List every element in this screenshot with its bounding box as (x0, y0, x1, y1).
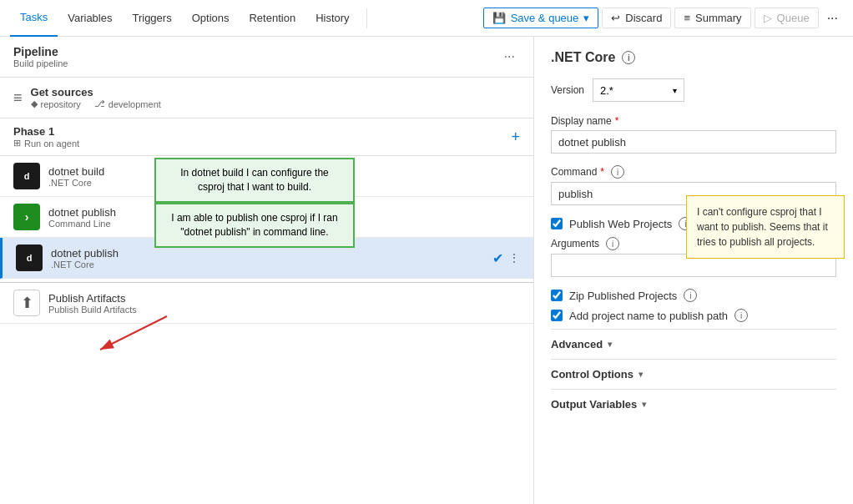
version-label: Version (551, 84, 584, 96)
task-kebab-icon[interactable]: ⋮ (508, 251, 520, 265)
dotnet-publish-net-sub: .NET Core (51, 260, 492, 270)
get-sources-meta: ◆ repository ⎇ development (31, 98, 161, 109)
zip-published-row: Zip Published Projects i (551, 289, 836, 302)
pipeline-info: Pipeline Build pipeline (13, 45, 68, 68)
control-options-chevron-icon: ▾ (638, 370, 643, 379)
zip-published-label: Zip Published Projects (569, 290, 677, 302)
nav-tasks[interactable]: Tasks (10, 0, 58, 37)
main-layout: Pipeline Build pipeline ··· ≡ Get source… (0, 37, 853, 504)
version-row: Version 2.* ▾ (551, 78, 836, 102)
tasks-wrapper: d dotnet build .NET Core In dotnet build… (0, 156, 533, 504)
dotnet-publish-net-icon: d (16, 244, 43, 271)
output-variables-section[interactable]: Output Variables ▾ (551, 389, 836, 419)
get-sources-branch: ⎇ development (94, 98, 161, 109)
arguments-info-icon[interactable]: i (606, 237, 619, 250)
save-icon: 💾 (492, 12, 506, 24)
display-name-required: * (615, 115, 619, 127)
advanced-section[interactable]: Advanced ▾ (551, 329, 836, 359)
more-button[interactable]: ··· (822, 8, 843, 29)
summary-button[interactable]: ≡ Summary (674, 8, 750, 28)
agent-icon: ⊞ (13, 138, 21, 149)
zip-published-checkbox[interactable] (551, 290, 563, 301)
summary-icon: ≡ (684, 12, 690, 24)
publish-artifacts-icon: ⬆ (13, 290, 40, 316)
panel-title: .NET Core i (551, 50, 836, 65)
get-sources-info: Get sources ◆ repository ⎇ development (31, 86, 161, 109)
nav-retention[interactable]: Retention (239, 0, 305, 37)
get-sources-title: Get sources (31, 86, 161, 98)
nav-options[interactable]: Options (182, 0, 240, 37)
dotnet-publish-cmd-icon: › (13, 204, 40, 230)
version-chevron-icon: ▾ (673, 86, 677, 95)
display-name-input[interactable] (551, 130, 836, 154)
version-select-wrapper: 2.* ▾ (593, 78, 684, 102)
output-variables-chevron-icon: ▾ (642, 400, 646, 409)
publish-artifacts-info: Publish Artifacts Publish Build Artifact… (48, 292, 520, 315)
callout-build: In dotnet build I can configure the cspr… (154, 158, 355, 203)
nav-variables[interactable]: Variables (58, 0, 122, 37)
display-name-label: Display name * (551, 115, 836, 127)
title-info-icon[interactable]: i (622, 51, 635, 64)
publish-artifacts-task[interactable]: ⬆ Publish Artifacts Publish Build Artifa… (0, 282, 533, 324)
command-required: * (600, 166, 604, 178)
command-info-icon[interactable]: i (611, 165, 624, 179)
top-nav: Tasks Variables Triggers Options Retenti… (0, 0, 853, 37)
task-actions: ✔ ⋮ (492, 250, 520, 266)
publish-web-label: Publish Web Projects (569, 218, 672, 230)
save-queue-button[interactable]: 💾 Save & queue ▾ (483, 8, 599, 28)
add-project-name-row: Add project name to publish path i (551, 309, 836, 322)
nav-history[interactable]: History (305, 0, 359, 37)
command-label: Command * i (551, 165, 836, 179)
discard-icon: ↩ (611, 12, 620, 24)
discard-button[interactable]: ↩ Discard (602, 8, 671, 28)
publish-artifacts-sub: Publish Build Artifacts (48, 305, 520, 315)
nav-divider (366, 8, 367, 28)
nav-triggers[interactable]: Triggers (122, 0, 181, 37)
more-icon: ··· (827, 11, 838, 26)
task-check-icon: ✔ (492, 250, 503, 266)
publish-artifacts-name: Publish Artifacts (48, 292, 520, 305)
zip-info-icon[interactable]: i (684, 289, 697, 302)
right-panel: .NET Core i Version 2.* ▾ Display name * (534, 37, 853, 504)
dotnet-publish-net-info: dotnet publish .NET Core (51, 247, 492, 270)
get-sources-repo: ◆ repository (31, 98, 81, 109)
queue-icon: ▷ (764, 12, 772, 24)
get-sources[interactable]: ≡ Get sources ◆ repository ⎇ development (0, 78, 533, 118)
queue-button[interactable]: ▷ Queue (755, 8, 819, 28)
add-project-name-label: Add project name to publish path (569, 310, 728, 322)
branch-icon: ⎇ (94, 98, 105, 109)
pipeline-header: Pipeline Build pipeline ··· (0, 37, 533, 78)
pipeline-more-button[interactable]: ··· (499, 48, 520, 66)
control-options-section[interactable]: Control Options ▾ (551, 359, 836, 389)
phase-meta: ⊞ Run on agent (13, 138, 79, 149)
add-project-name-checkbox[interactable] (551, 310, 563, 321)
version-select[interactable]: 2.* ▾ (593, 78, 684, 102)
add-task-button[interactable]: + (511, 129, 520, 146)
callout-publish-cmd: I am able to publish one csproj if I ran… (154, 203, 355, 248)
get-sources-icon: ≡ (13, 89, 23, 107)
publish-web-checkbox[interactable] (551, 218, 563, 229)
advanced-chevron-icon: ▾ (608, 340, 612, 349)
phase-title: Phase 1 (13, 125, 79, 138)
callout-right: I can't configure csproj that I want to … (686, 195, 845, 259)
phase-info: Phase 1 ⊞ Run on agent (13, 125, 79, 149)
repo-icon: ◆ (31, 98, 38, 109)
dotnet-publish-net-name: dotnet publish (51, 247, 492, 260)
pipeline-subtitle: Build pipeline (13, 58, 68, 68)
add-project-info-icon[interactable]: i (734, 309, 748, 322)
dotnet-build-icon: d (13, 163, 40, 189)
phase-header: Phase 1 ⊞ Run on agent + (0, 118, 533, 156)
pipeline-title: Pipeline (13, 45, 68, 58)
left-panel: Pipeline Build pipeline ··· ≡ Get source… (0, 37, 534, 504)
chevron-down-icon: ▾ (583, 12, 589, 24)
display-name-group: Display name * (551, 115, 836, 154)
nav-actions: 💾 Save & queue ▾ ↩ Discard ≡ Summary ▷ Q… (483, 8, 843, 29)
